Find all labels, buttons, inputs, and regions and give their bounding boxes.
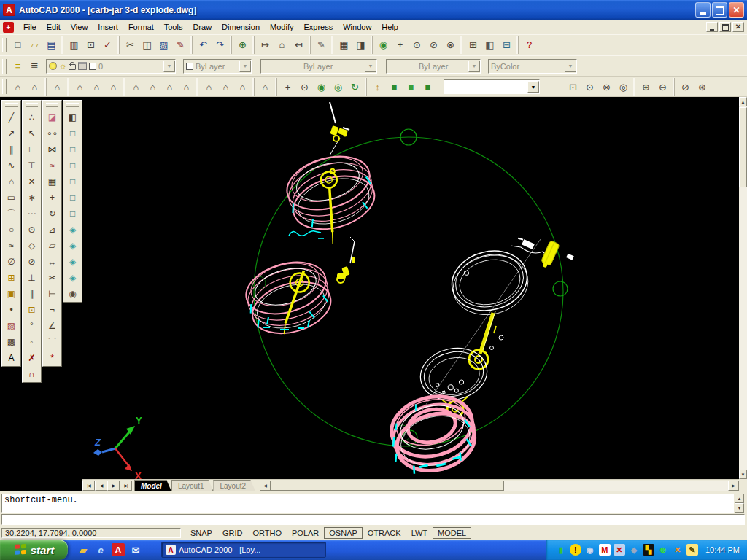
arc-icon[interactable]: ⌒: [4, 206, 19, 222]
view-bottom-icon[interactable]: □: [65, 141, 80, 158]
ucs-rotate-z-icon[interactable]: ⌂: [234, 78, 251, 96]
view-combo-arrow[interactable]: ▼: [527, 81, 539, 93]
view-combo[interactable]: ▼: [444, 79, 540, 94]
snap-from-osnap-icon[interactable]: ↖: [24, 125, 39, 141]
spline-icon[interactable]: ≈: [4, 238, 19, 254]
mdi-restore-button[interactable]: [719, 22, 731, 32]
command-scroll-up-button[interactable]: ▲: [735, 494, 744, 503]
menu-draw[interactable]: Draw: [187, 21, 217, 33]
3d-orbit-icon[interactable]: ◉: [313, 78, 330, 96]
ucs-x-icon[interactable]: ⌂: [144, 78, 161, 96]
text-icon[interactable]: A: [4, 350, 19, 366]
zoom-previous-icon[interactable]: ⊘: [425, 36, 442, 54]
toggle-model[interactable]: MODEL: [433, 527, 471, 539]
tray-device-icon[interactable]: ▮: [555, 544, 567, 556]
scroll-up-button[interactable]: ▲: [739, 97, 747, 106]
scroll-down-button[interactable]: ▼: [739, 470, 747, 479]
array-icon[interactable]: ▦: [44, 174, 60, 190]
rectangle-icon[interactable]: ▭: [4, 190, 19, 206]
ucs-y-icon[interactable]: ⌂: [161, 78, 178, 96]
3d-continuous-orbit-icon[interactable]: ◎: [330, 78, 347, 96]
offset-icon[interactable]: ≈: [44, 158, 60, 174]
taskbar-clock[interactable]: 10:44 PM: [705, 545, 740, 554]
ql-ie-icon[interactable]: e: [94, 543, 107, 556]
erase-icon[interactable]: ◪: [44, 109, 60, 125]
ucs-zaxis-icon[interactable]: ⌂: [125, 78, 144, 96]
construction-line-icon[interactable]: ↗: [4, 125, 19, 141]
toggle-snap[interactable]: SNAP: [185, 527, 217, 539]
tray-antivirus-icon[interactable]: M: [599, 544, 611, 556]
snap-intersection-icon[interactable]: ✕: [24, 174, 39, 190]
view-front-icon[interactable]: □: [65, 190, 80, 206]
zoom-realtime-icon[interactable]: ⊙: [409, 36, 425, 54]
plotstyle-combo-arrow[interactable]: ▼: [565, 61, 576, 72]
osnap-settings-icon[interactable]: ∩: [24, 366, 39, 382]
autocad-designcenter-icon[interactable]: ⊞: [462, 36, 481, 54]
rotate-icon[interactable]: ↻: [44, 206, 60, 222]
autocad-app-icon[interactable]: A: [3, 4, 15, 16]
copy-icon[interactable]: ◫: [139, 36, 155, 54]
layers-dialog-icon[interactable]: ≣: [26, 58, 43, 75]
tray-alert-icon[interactable]: !: [570, 544, 581, 556]
tray-network-offline-icon[interactable]: ✕: [614, 544, 625, 556]
properties-icon[interactable]: ◧: [481, 36, 498, 54]
ucs-apply-icon[interactable]: ⌂: [254, 78, 274, 96]
canvas-vertical-scrollbar[interactable]: ▲ ▼: [739, 97, 747, 479]
lineweight-combo[interactable]: ByLayer ▼: [386, 59, 481, 74]
multiline-icon[interactable]: ∥: [4, 141, 19, 158]
print-icon[interactable]: ▥: [63, 36, 82, 54]
extend-icon[interactable]: ⊢: [44, 286, 60, 302]
ql-mail-icon[interactable]: ✉: [129, 543, 142, 556]
chamfer-icon[interactable]: ∠: [44, 318, 60, 334]
circle-icon[interactable]: ○: [4, 222, 19, 238]
ucs-object-icon[interactable]: ⌂: [69, 78, 88, 96]
menu-file[interactable]: File: [18, 21, 42, 33]
menu-window[interactable]: Window: [338, 21, 376, 33]
snap-from-icon[interactable]: ⌂: [274, 36, 290, 54]
tracking-icon[interactable]: ↦: [254, 36, 274, 54]
snap-midpoint-icon[interactable]: ⊤: [24, 158, 39, 174]
menu-help[interactable]: Help: [376, 21, 403, 33]
vertical-scroll-thumb[interactable]: [739, 107, 747, 187]
mirror-icon[interactable]: ⋈: [44, 141, 60, 158]
toggle-osnap[interactable]: OSNAP: [324, 527, 363, 539]
camera-icon[interactable]: ◉: [65, 286, 80, 302]
menu-insert[interactable]: Insert: [93, 21, 123, 33]
polyline-icon[interactable]: ∿: [4, 158, 19, 174]
layer-combo-arrow[interactable]: ▼: [163, 61, 175, 72]
region-icon[interactable]: ▩: [4, 334, 19, 350]
scroll-left-button[interactable]: ◀: [260, 481, 271, 491]
menu-dimension[interactable]: Dimension: [217, 21, 265, 33]
taskbar-autocad-button[interactable]: A AutoCAD 2000 - [Loy...: [161, 542, 326, 558]
ucs-view-icon[interactable]: ⌂: [88, 78, 105, 96]
menu-edit[interactable]: Edit: [42, 21, 66, 33]
stretch-icon[interactable]: ▱: [44, 238, 60, 254]
layouts-icon[interactable]: ▦: [333, 36, 352, 54]
ql-autocad-icon[interactable]: A: [112, 543, 125, 556]
snap-extension-icon[interactable]: ⋯: [24, 206, 39, 222]
zoom-out-icon[interactable]: ⊖: [654, 78, 671, 96]
minimize-button[interactable]: [695, 2, 711, 18]
new-icon[interactable]: □: [9, 36, 26, 54]
trim-icon[interactable]: ✂: [44, 270, 60, 286]
command-scrollbar[interactable]: ▲ ▼: [735, 494, 744, 513]
horizontal-scroll-thumb[interactable]: [271, 481, 504, 491]
view-back-icon[interactable]: □: [65, 206, 80, 222]
explode-icon[interactable]: *: [44, 350, 60, 366]
dbconnect-icon[interactable]: ⊟: [498, 36, 515, 54]
copy-object-icon[interactable]: ∘∘: [44, 125, 60, 141]
match-properties-icon[interactable]: ✎: [172, 36, 189, 54]
start-button[interactable]: start: [0, 540, 68, 560]
scale-icon[interactable]: ⊿: [44, 222, 60, 238]
zoom-in-icon[interactable]: ⊕: [635, 78, 654, 96]
3d-adjust-distance-icon[interactable]: ↕: [366, 78, 386, 96]
insert-hyperlink-icon[interactable]: ⊕: [231, 36, 251, 54]
ucs-face-icon[interactable]: ⌂: [46, 78, 66, 96]
redo-icon[interactable]: ↷: [212, 36, 228, 54]
toolbar-grip[interactable]: [2, 59, 7, 74]
open-icon[interactable]: ▱: [26, 36, 43, 54]
make-object-layer-current-icon[interactable]: ≡: [9, 58, 26, 75]
quick-redline-icon[interactable]: ✎: [310, 36, 330, 54]
close-button[interactable]: ✕: [729, 2, 744, 18]
tab-model[interactable]: Model: [134, 480, 171, 491]
